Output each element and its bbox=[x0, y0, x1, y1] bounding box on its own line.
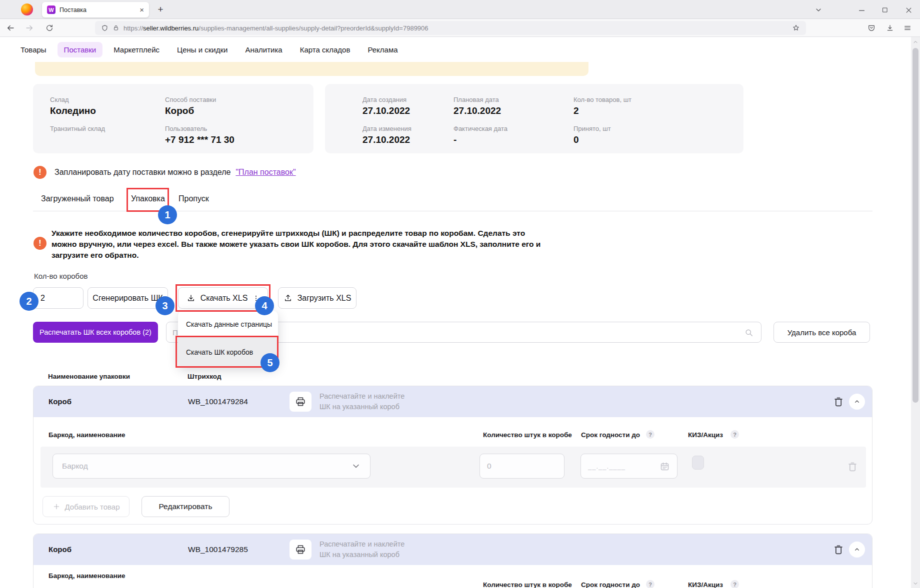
tab-close-icon[interactable]: × bbox=[140, 5, 144, 14]
new-tab-button[interactable]: + bbox=[154, 3, 167, 15]
lock-icon[interactable] bbox=[112, 24, 120, 31]
search-icon bbox=[744, 328, 754, 338]
list-tabs-icon[interactable] bbox=[812, 4, 825, 16]
box-card-1: Короб WB_1001479284 Распечатайте и накле… bbox=[33, 386, 872, 525]
expiry-date-input[interactable]: __.__.____ bbox=[580, 454, 678, 479]
scroll-up-icon[interactable] bbox=[912, 39, 918, 45]
expiry-help-icon[interactable]: ? bbox=[646, 580, 654, 588]
expiry-help-icon[interactable]: ? bbox=[646, 430, 654, 439]
row-label-kiz: КИЗ/Акциз bbox=[688, 581, 723, 588]
forward-button[interactable] bbox=[23, 22, 36, 34]
print-all-barcodes-button[interactable]: Распечатать ШК всех коробов (2) bbox=[33, 322, 158, 343]
vertical-scrollbar[interactable] bbox=[911, 37, 920, 588]
nav-item-ads[interactable]: Реклама bbox=[361, 42, 404, 57]
minimize-button[interactable] bbox=[855, 4, 868, 16]
transit-label: Транзитный склад bbox=[50, 125, 105, 132]
row-label-barcode: Баркод, наименование bbox=[48, 431, 126, 439]
delete-item-icon[interactable] bbox=[846, 461, 858, 473]
calendar-icon bbox=[660, 461, 670, 472]
box-card-2: Короб WB_1001479285 Распечатайте и накле… bbox=[33, 534, 872, 588]
row-label-barcode: Баркод, наименование bbox=[48, 572, 126, 580]
close-window-button[interactable] bbox=[902, 4, 915, 16]
delete-all-boxes-button[interactable]: Удалить все короба bbox=[774, 322, 870, 343]
kiz-checkbox[interactable] bbox=[692, 456, 704, 470]
plan-notice: ! Запланировать дату поставки можно в ра… bbox=[34, 166, 296, 179]
nav-item-marketplace[interactable]: Маркетплейс bbox=[107, 42, 166, 57]
nav-item-analytics[interactable]: Аналитика bbox=[238, 42, 288, 57]
tab-propusk[interactable]: Пропуск bbox=[178, 194, 209, 203]
actual-date-value: - bbox=[454, 134, 508, 145]
row-label-qty: Количество штук в коробе bbox=[483, 581, 572, 588]
barcode-select[interactable]: Баркод bbox=[52, 454, 370, 479]
accepted-label: Принято, шт bbox=[574, 125, 611, 132]
print-box-barcode-button[interactable] bbox=[290, 540, 312, 560]
scroll-down-icon[interactable] bbox=[912, 581, 918, 587]
row-label-kiz: КИЗ/Акциз bbox=[688, 431, 723, 439]
add-item-button[interactable]: Добавить товар bbox=[42, 496, 130, 517]
accepted-value: 0 bbox=[574, 134, 611, 145]
maximize-button[interactable] bbox=[878, 4, 892, 16]
row-label-expiry: Срок годности до bbox=[581, 581, 640, 588]
changed-label: Дата изменения bbox=[362, 125, 412, 132]
url-text: https://seller.wildberries.ru/supplies-m… bbox=[124, 24, 428, 32]
box-header-row: Короб WB_1001479284 Распечатайте и накле… bbox=[34, 386, 872, 417]
annotation-badge-5: 5 bbox=[260, 353, 280, 372]
actual-date-label: Фактическая дата bbox=[454, 125, 508, 132]
user-label: Пользователь bbox=[165, 125, 234, 132]
row-label-expiry: Срок годности до bbox=[581, 431, 640, 439]
planned-label: Плановая дата bbox=[454, 96, 501, 103]
kiz-help-icon[interactable]: ? bbox=[730, 580, 739, 588]
box-count-input[interactable] bbox=[33, 287, 84, 309]
annotation-badge-3: 3 bbox=[156, 296, 174, 315]
browser-toolbar: https://seller.wildberries.ru/supplies-m… bbox=[0, 19, 920, 37]
annotation-badge-4: 4 bbox=[255, 296, 274, 315]
menu-hamburger-icon[interactable] bbox=[901, 22, 914, 34]
wildberries-favicon: W bbox=[47, 5, 56, 14]
browser-tab[interactable]: W Поставка × bbox=[42, 2, 149, 17]
qty-input[interactable] bbox=[480, 454, 564, 479]
tracking-shield-icon[interactable] bbox=[101, 24, 108, 32]
printer-icon bbox=[295, 396, 306, 407]
column-header-package-name: Наименование упаковки bbox=[48, 373, 130, 380]
delete-box-icon[interactable] bbox=[832, 544, 844, 556]
created-value: 27.10.2022 bbox=[362, 105, 410, 116]
box-count-value[interactable] bbox=[34, 288, 83, 308]
changed-value: 27.10.2022 bbox=[362, 134, 412, 145]
collapse-box-button[interactable] bbox=[849, 394, 865, 410]
tab-loaded-goods[interactable]: Загруженный товар bbox=[41, 194, 114, 203]
chevron-down-icon bbox=[351, 461, 361, 471]
planned-value: 27.10.2022 bbox=[454, 105, 501, 116]
downloads-icon[interactable] bbox=[884, 22, 896, 34]
print-box-barcode-button[interactable] bbox=[290, 392, 312, 412]
created-label: Дата создания bbox=[362, 96, 410, 103]
nav-item-warehouses-map[interactable]: Карта складов bbox=[294, 42, 357, 57]
pocket-icon[interactable] bbox=[865, 22, 878, 34]
nav-item-tovary[interactable]: Товары bbox=[14, 42, 53, 57]
user-value: +7 912 *** 71 30 bbox=[165, 134, 234, 145]
delete-box-icon[interactable] bbox=[832, 396, 844, 408]
browser-tab-strip: W Поставка × + bbox=[0, 0, 920, 19]
plus-icon bbox=[52, 503, 60, 511]
nav-item-postavki[interactable]: Поставки bbox=[58, 42, 103, 57]
collapse-box-button[interactable] bbox=[849, 542, 865, 558]
chevron-up-icon bbox=[853, 398, 861, 406]
nav-item-prices[interactable]: Цены и скидки bbox=[170, 42, 234, 57]
edit-button[interactable]: Редактировать bbox=[142, 496, 230, 517]
tab-title: Поставка bbox=[60, 6, 136, 13]
notice-text: Запланировать дату поставки можно в разд… bbox=[54, 168, 230, 177]
chevron-up-icon bbox=[853, 546, 861, 554]
qty-field[interactable] bbox=[480, 454, 564, 478]
printer-icon bbox=[295, 544, 306, 555]
url-bar[interactable]: https://seller.wildberries.ru/supplies-m… bbox=[95, 21, 806, 35]
reload-button[interactable] bbox=[43, 22, 56, 34]
method-label: Способ поставки bbox=[165, 96, 216, 103]
plan-postavok-link[interactable]: "План поставок" bbox=[236, 168, 296, 177]
bookmark-star-icon[interactable] bbox=[792, 24, 800, 32]
back-button[interactable] bbox=[4, 22, 17, 34]
kiz-help-icon[interactable]: ? bbox=[730, 430, 739, 439]
browser-window: W Поставка × + bbox=[0, 0, 920, 588]
scrollbar-thumb[interactable] bbox=[912, 48, 918, 403]
warning-icon: ! bbox=[34, 166, 46, 179]
notification-banner-cutoff bbox=[35, 62, 588, 76]
upload-xls-button[interactable]: Загрузить XLS bbox=[278, 287, 356, 309]
